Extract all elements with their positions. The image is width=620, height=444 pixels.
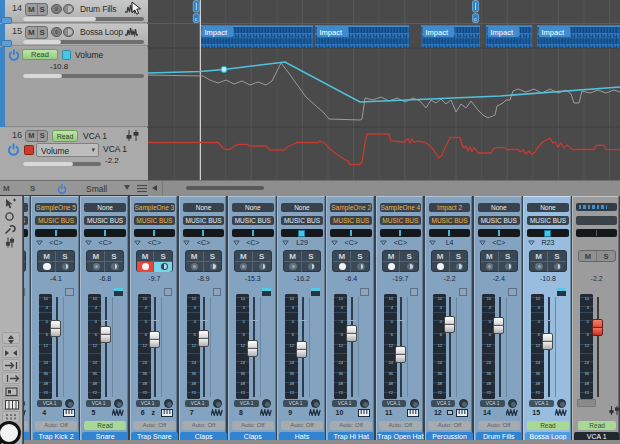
svg-text:Impact: Impact: [542, 28, 565, 37]
svg-text:c: c: [474, 16, 477, 22]
svg-text:Impact: Impact: [205, 28, 228, 37]
svg-text:Impact: Impact: [426, 28, 449, 37]
svg-text:Impact: Impact: [320, 28, 343, 37]
svg-text:Impact: Impact: [491, 28, 514, 37]
svg-text:c: c: [195, 16, 198, 22]
